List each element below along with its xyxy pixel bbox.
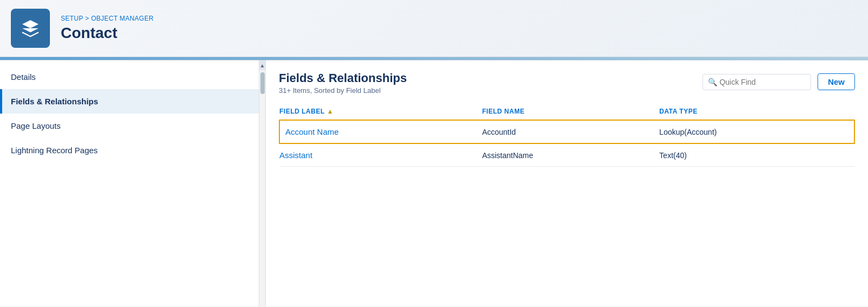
col-field-name[interactable]: FIELD NAME (482, 103, 660, 120)
col-field-label[interactable]: FIELD LABEL ▲ (279, 103, 482, 120)
new-button[interactable]: New (818, 73, 855, 90)
cell-data-type: Lookup(Account) (659, 120, 854, 143)
scrollbar-track (259, 70, 265, 306)
assistant-link[interactable]: Assistant (279, 151, 312, 160)
col-data-type[interactable]: DATA TYPE (659, 103, 854, 120)
sidebar-scrollbar[interactable]: ▲ (259, 60, 265, 306)
content-title-block: Fields & Relationships 31+ Items, Sorted… (279, 71, 407, 95)
scrollbar-up-arrow[interactable]: ▲ (259, 60, 265, 70)
table-body: Account Name AccountId Lookup(Account) A… (279, 120, 854, 167)
sort-asc-icon[interactable]: ▲ (327, 108, 334, 115)
page-title: Contact (61, 24, 154, 42)
page-header: SETUP > OBJECT MANAGER Contact (0, 0, 868, 57)
col-field-label-text: FIELD LABEL (279, 108, 325, 115)
sidebar-nav: Details Fields & Relationships Page Layo… (0, 60, 265, 167)
table-row: Account Name AccountId Lookup(Account) (279, 120, 854, 143)
table-header-row: FIELD LABEL ▲ FIELD NAME DATA TYPE (279, 103, 854, 120)
sidebar-item-fields-label: Fields & Relationships (11, 97, 98, 106)
stacked-layers-icon (21, 18, 40, 38)
content-actions: 🔍 New (703, 73, 855, 90)
breadcrumb-manager[interactable]: OBJECT MANAGER (91, 15, 154, 22)
object-icon (11, 9, 50, 48)
cell-field-name: AccountId (482, 120, 660, 143)
cell-data-type: Text(40) (659, 143, 854, 167)
sidebar-item-page-layouts-label: Page Layouts (11, 121, 61, 130)
main-layout: ▲ Details Fields & Relationships Page La… (0, 60, 868, 306)
sidebar-item-details[interactable]: Details (0, 65, 259, 89)
sidebar-item-lightning-record-pages[interactable]: Lightning Record Pages (0, 138, 259, 162)
account-name-link[interactable]: Account Name (285, 127, 339, 136)
content-header: Fields & Relationships 31+ Items, Sorted… (279, 71, 855, 95)
sidebar-item-fields-relationships[interactable]: Fields & Relationships (0, 89, 259, 114)
sidebar-item-details-label: Details (11, 72, 36, 82)
sidebar-item-page-layouts[interactable]: Page Layouts (0, 114, 259, 138)
quick-find-wrapper: 🔍 (703, 74, 811, 90)
breadcrumb[interactable]: SETUP > OBJECT MANAGER (61, 15, 154, 22)
quick-find-input[interactable] (703, 74, 811, 90)
header-text-block: SETUP > OBJECT MANAGER Contact (61, 15, 154, 42)
scrollbar-thumb[interactable] (260, 72, 265, 94)
col-data-type-text: DATA TYPE (659, 108, 697, 115)
cell-field-name: AssistantName (482, 143, 660, 167)
cell-field-label: Account Name (279, 120, 482, 143)
section-title: Fields & Relationships (279, 71, 407, 85)
table-header: FIELD LABEL ▲ FIELD NAME DATA TYPE (279, 103, 854, 120)
cell-field-label: Assistant (279, 143, 482, 167)
sidebar-item-lightning-label: Lightning Record Pages (11, 146, 98, 155)
fields-table: FIELD LABEL ▲ FIELD NAME DATA TYPE (279, 103, 855, 167)
breadcrumb-separator: > (83, 15, 91, 22)
content-area: Fields & Relationships 31+ Items, Sorted… (266, 60, 868, 306)
breadcrumb-setup[interactable]: SETUP (61, 15, 83, 22)
col-field-name-text: FIELD NAME (482, 108, 525, 115)
section-subtitle: 31+ Items, Sorted by Field Label (279, 86, 407, 95)
table-row: Assistant AssistantName Text(40) (279, 143, 854, 167)
sidebar: ▲ Details Fields & Relationships Page La… (0, 60, 266, 306)
